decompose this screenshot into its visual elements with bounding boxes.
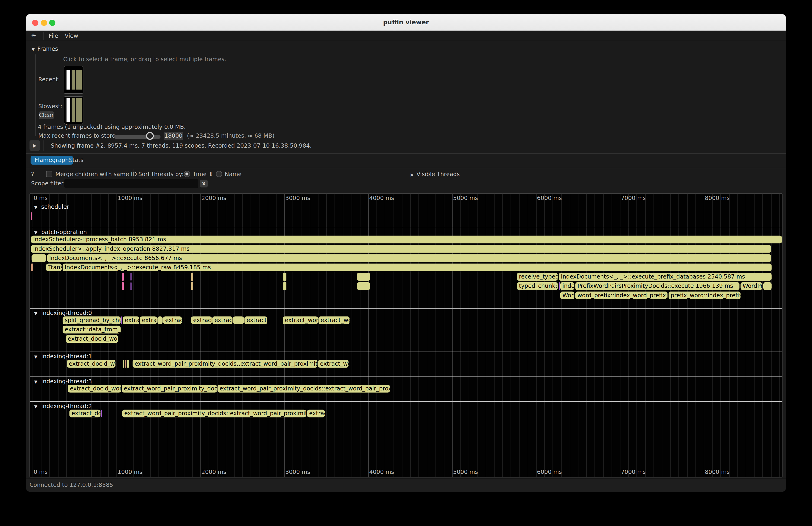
scope-bar[interactable]: extract	[245, 316, 267, 324]
scope-bar[interactable]	[130, 282, 131, 290]
sort-name-label[interactable]: Name	[225, 171, 242, 177]
scope-bar[interactable]: PrefixWordPairsProximityDocids::execute …	[576, 282, 739, 290]
visible-threads-toggle[interactable]: ▶Visible Threads	[411, 171, 460, 177]
thread-label-batch-operation[interactable]: ▼ batch-operation	[34, 229, 87, 236]
scope-bar[interactable]: extract_docid_word	[67, 360, 115, 368]
scope-bar[interactable]	[233, 316, 244, 324]
scope-bar[interactable]: Trans	[46, 263, 62, 271]
thread-name: scheduler	[41, 203, 69, 210]
scope-bar[interactable]: IndexScheduler>::apply_index_operation 8…	[31, 245, 771, 253]
scope-bar[interactable]	[122, 273, 124, 281]
scope-bar[interactable]	[31, 263, 33, 271]
ruler-label: 7000 ms	[621, 195, 646, 201]
scope-bar[interactable]: extract_	[212, 316, 232, 324]
scope-bar[interactable]: extract_wo	[318, 316, 349, 324]
scope-bar[interactable]	[122, 282, 124, 290]
ruler-label: 3000 ms	[285, 469, 310, 475]
thread-label-indexing-thread:0[interactable]: ▼ indexing-thread:0	[34, 310, 92, 316]
thread-label-indexing-thread:1[interactable]: ▼ indexing-thread:1	[34, 353, 92, 360]
scope-filter-clear-button[interactable]: x	[200, 179, 208, 188]
scope-bar[interactable]: prefix_word::index_prefix_wo	[669, 292, 741, 299]
sort-name-radio[interactable]	[216, 171, 222, 177]
scope-bar[interactable]	[191, 273, 193, 281]
thread-label-indexing-thread:3[interactable]: ▼ indexing-thread:3	[34, 378, 92, 385]
scope-bar[interactable]	[283, 282, 286, 290]
sort-time-label[interactable]: Time ⬇	[192, 171, 213, 177]
scope-bar[interactable]	[101, 410, 102, 418]
scope-bar[interactable]: split_grenad_by_chun	[62, 316, 120, 324]
scope-bar[interactable]: extract_word_pair_proximity_docids	[122, 385, 217, 393]
menu-file[interactable]: File	[49, 31, 58, 40]
tab-flamegraph[interactable]: Flamegraph	[31, 156, 73, 165]
sort-threads-label: Sort threads by:	[138, 171, 184, 177]
scope-bar[interactable]: extract	[123, 316, 140, 324]
window-title: puffin viewer	[26, 14, 786, 31]
scope-bar[interactable]	[559, 282, 560, 290]
theme-toggle-icon[interactable]: ☀	[31, 31, 37, 40]
help-button[interactable]: ?	[31, 171, 34, 177]
scope-bar[interactable]: IndexScheduler>::process_batch 8953.821 …	[31, 236, 782, 244]
scope-bar[interactable]: extrac	[163, 316, 182, 324]
scope-bar[interactable]: word_prefix::index_word_prefix_	[576, 292, 668, 299]
merge-children-checkbox[interactable]	[46, 171, 53, 177]
ruler-label: 8000 ms	[705, 469, 729, 475]
scope-bar[interactable]	[283, 273, 286, 281]
recent-frames-thumbnail[interactable]	[64, 66, 84, 94]
divider	[134, 170, 134, 179]
scope-bar[interactable]	[157, 316, 162, 324]
scope-bar[interactable]	[31, 212, 32, 220]
frames-hint-text: Click to select a frame, or drag to sele…	[63, 56, 226, 62]
frame-histogram	[66, 98, 82, 122]
flamegraph-canvas[interactable]: 0 ms0 ms1000 ms1000 ms2000 ms2000 ms3000…	[29, 193, 782, 478]
scope-bar[interactable]: Word	[560, 292, 574, 299]
scope-bar[interactable]: extract_	[191, 316, 212, 324]
scope-bar[interactable]	[763, 282, 772, 290]
scope-bar[interactable]	[125, 360, 127, 368]
ruler-label: 6000 ms	[537, 469, 562, 475]
scope-bar[interactable]: extract_word_pair_proximity_docids::extr…	[133, 360, 318, 368]
scope-bar[interactable]	[191, 282, 193, 290]
thread-label-indexing-thread:2[interactable]: ▼ indexing-thread:2	[34, 403, 92, 410]
ruler-label: 4000 ms	[369, 469, 394, 475]
thread-label-scheduler[interactable]: ▼ scheduler	[34, 203, 69, 210]
scope-bar[interactable]: extra	[140, 316, 157, 324]
scope-bar[interactable]	[127, 360, 129, 368]
scope-filter-input[interactable]	[64, 179, 198, 188]
clear-button[interactable]: Clear	[39, 111, 54, 119]
sort-time-radio[interactable]	[184, 171, 190, 177]
scope-bar[interactable]: IndexDocuments<_, _>::execute_prefix_dat…	[559, 273, 771, 281]
max-frames-value[interactable]: 18000	[164, 132, 183, 141]
scope-bar[interactable]: typed_chunk::w	[517, 282, 558, 290]
scope-bar[interactable]: extract_word_pair_proximity_docids::extr…	[122, 410, 306, 418]
scope-bar[interactable]: extract_doc	[69, 410, 100, 418]
scope-bar[interactable]: extract_docid_word	[68, 385, 121, 393]
scope-bar[interactable]	[357, 273, 370, 281]
slider-knob[interactable]	[146, 132, 154, 140]
scope-bar[interactable]: IndexDocuments<_, _>::execute 8656.677 m…	[47, 254, 771, 262]
scope-bar[interactable]: IndexDocuments<_, _>::execute_raw 8459.1…	[62, 263, 771, 271]
scope-bar[interactable]: extract_word_pair_proximity_docids::extr…	[218, 385, 390, 393]
scope-bar[interactable]	[123, 360, 125, 368]
ruler-label: 8000 ms	[705, 195, 729, 201]
scope-bar[interactable]	[121, 316, 122, 324]
scope-bar[interactable]	[357, 282, 370, 290]
tab-stats[interactable]: Stats	[69, 156, 84, 165]
scope-bar[interactable]: extract_docid_word	[66, 335, 118, 343]
thread-separator	[30, 308, 782, 309]
scope-bar[interactable]: extract_word	[283, 316, 318, 324]
frames-section-header[interactable]: ▼Frames	[31, 46, 58, 53]
ruler-label: 5000 ms	[453, 195, 478, 201]
scope-bar[interactable]: extract::data_from_ob	[62, 326, 120, 334]
scope-bar[interactable]: index	[560, 282, 574, 290]
thread-name: indexing-thread:1	[41, 353, 92, 360]
scope-bar[interactable]: receive_typed_	[517, 273, 558, 281]
scope-bar[interactable]: WordPr	[741, 282, 763, 290]
menu-view[interactable]: View	[65, 31, 78, 40]
play-button[interactable]: ▶	[29, 141, 40, 151]
scope-bar[interactable]	[130, 273, 131, 281]
scope-bar[interactable]	[31, 254, 46, 262]
ruler-label: 2000 ms	[201, 195, 226, 201]
scope-bar[interactable]: extrac	[307, 410, 325, 418]
scope-bar[interactable]: extract_wo	[318, 360, 349, 368]
slowest-frames-thumbnail[interactable]	[64, 97, 84, 125]
